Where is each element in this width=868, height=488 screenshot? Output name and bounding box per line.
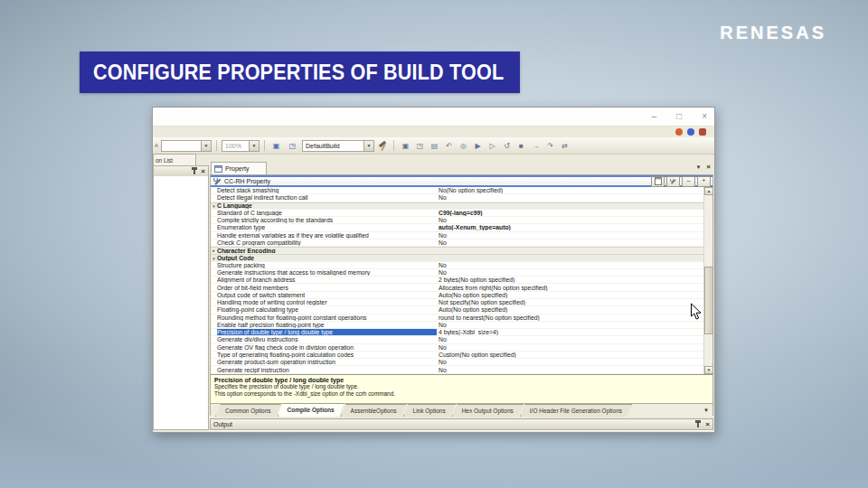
property-row[interactable]: Generate product-sum operation instructi… [211, 359, 703, 366]
scrollbar-thumb[interactable] [704, 267, 713, 334]
property-value[interactable]: Auto(No option specified) [437, 306, 703, 313]
vertical-scrollbar[interactable]: ▲ ▼ [703, 187, 712, 374]
close-icon[interactable]: × [706, 164, 711, 171]
maximize-button[interactable]: □ [676, 112, 682, 121]
property-value[interactable]: No [437, 217, 703, 223]
property-value[interactable]: No [437, 344, 703, 351]
category-row[interactable]: ▸Character Encoding [211, 247, 703, 254]
window-titlebar[interactable]: – □ × [153, 108, 714, 127]
category-row[interactable]: ▾Output Code [211, 254, 703, 261]
expand-chevron-icon[interactable]: ▸ [211, 247, 217, 254]
property-row[interactable]: Detect stack smashingNo(No option specif… [211, 187, 703, 194]
property-row[interactable]: Check C program compatibilityNo [211, 239, 703, 247]
chevron-down-icon[interactable]: ▼ [363, 141, 373, 151]
collapse-chevron-icon[interactable]: ▾ [211, 255, 217, 262]
tab-common-options[interactable]: Common Options [215, 404, 281, 417]
property-row[interactable]: Enable half precision floating-point typ… [211, 322, 703, 329]
property-value[interactable]: C99(-lang=c99) [437, 210, 703, 216]
chevron-down-icon[interactable]: ▼ [249, 141, 259, 151]
property-value[interactable]: 4 bytes(-Xdbl_size=4) [437, 329, 703, 335]
property-row[interactable]: Generate instructions that access to mis… [211, 269, 703, 277]
tab-solution-list[interactable]: on List [153, 154, 196, 165]
property-value[interactable]: No [437, 194, 703, 201]
rebuild-project-icon[interactable]: ◳ [413, 139, 427, 153]
cascade-windows-icon[interactable]: ◳ [286, 139, 299, 153]
tab-property[interactable]: Property [211, 162, 267, 174]
scroll-down-icon[interactable]: ▼ [704, 366, 713, 374]
property-row[interactable]: Generate div/divu instructionsNo [211, 336, 703, 343]
stop-build-icon[interactable]: ↶ [442, 139, 456, 153]
property-value[interactable]: No [437, 269, 703, 276]
run-icon[interactable]: ▶ [471, 139, 485, 153]
alert-status-icon[interactable] [675, 128, 683, 136]
pin-icon[interactable] [191, 167, 197, 175]
download-icon[interactable]: ◎ [457, 139, 470, 153]
tab-hex-output-options[interactable]: Hex Output Options [452, 404, 524, 417]
property-row[interactable]: Floating-point calculating typeAuto(No o… [211, 306, 703, 314]
property-value[interactable]: 2 bytes(No option specified) [437, 277, 703, 283]
property-row[interactable]: Standard of C languageC99(-lang=c99) [211, 210, 703, 217]
property-row[interactable]: Compile strictly according to the standa… [211, 217, 703, 224]
property-value[interactable]: Not specify(No option specified) [437, 299, 703, 305]
tab-link-options[interactable]: Link Options [403, 404, 456, 417]
property-row[interactable]: Precision of double type / long double t… [211, 329, 703, 336]
step-in-icon[interactable]: → [529, 139, 542, 153]
property-row[interactable]: Generate OV flag check code in division … [211, 344, 703, 352]
property-value[interactable]: No(No option specified) [437, 187, 703, 193]
property-value[interactable]: No [437, 232, 703, 239]
property-value[interactable]: round to nearest(No option specified) [437, 314, 703, 321]
property-row[interactable]: Handle external variables as if they are… [211, 232, 703, 239]
step-over-icon[interactable]: ↷ [543, 139, 557, 153]
property-row[interactable]: Structure packingNo [211, 262, 703, 269]
open-window-icon[interactable]: ▣ [269, 139, 283, 153]
property-value[interactable]: No [437, 367, 703, 373]
property-value[interactable]: No [437, 239, 703, 246]
tab-i-o-header-file-generation-options[interactable]: I/O Header File Generation Options [520, 404, 632, 417]
category-row[interactable]: ▾C Language [211, 202, 703, 210]
property-value[interactable]: No [437, 322, 703, 328]
chevron-down-icon[interactable]: ▼ [201, 141, 211, 151]
close-icon[interactable]: × [705, 421, 710, 428]
property-row[interactable]: Order of bit-field membersAllocates from… [211, 284, 703, 291]
collapse-all-button[interactable]: – [682, 176, 695, 187]
property-value[interactable]: auto(-Xenum_type=auto) [437, 224, 703, 230]
tab-overflow-icon[interactable]: ▼ [703, 408, 709, 413]
property-value[interactable]: No [437, 336, 703, 343]
edit-button[interactable] [651, 176, 665, 187]
property-row[interactable]: Alignment of branch address2 bytes(No op… [211, 277, 703, 284]
run-ignore-break-icon[interactable]: ▷ [486, 139, 499, 153]
property-value[interactable]: No [437, 262, 703, 268]
build-hammer-icon[interactable] [377, 140, 389, 152]
expand-all-button[interactable]: + [697, 176, 711, 187]
close-icon[interactable]: × [201, 168, 205, 175]
zoom-combo[interactable]: 100% ▼ [222, 140, 259, 152]
property-value[interactable]: Allocates from right(No option specified… [437, 285, 703, 291]
tool-button[interactable] [666, 176, 680, 187]
property-row[interactable]: Generate recipf instructionNo [211, 366, 703, 373]
project-combo[interactable]: ▼ [161, 140, 212, 152]
chevron-down-icon[interactable]: ▼ [695, 164, 701, 170]
reset-icon[interactable]: ↺ [500, 139, 514, 153]
output-panel-header[interactable]: Output × [210, 418, 713, 430]
collapse-chevron-icon[interactable]: ▾ [211, 202, 217, 210]
property-row[interactable]: Output code of switch statementAuto(No o… [211, 292, 703, 299]
property-row[interactable]: Detect illegal indirect function callNo [211, 194, 703, 202]
build-project-icon[interactable]: ▣ [399, 139, 412, 153]
pin-icon[interactable] [694, 420, 701, 428]
property-value[interactable]: Auto(No option specified) [437, 292, 703, 298]
property-row[interactable]: Type of generating floating-point calcul… [211, 352, 703, 359]
tab-assembleoptions[interactable]: AssembleOptions [341, 404, 407, 417]
property-value[interactable]: No [437, 359, 703, 365]
property-row[interactable]: Handling mode of writing control registe… [211, 299, 703, 306]
property-row[interactable]: Rounding method for floating-point const… [211, 314, 703, 322]
tab-compile-options[interactable]: Compile Options [278, 403, 344, 417]
network-status-icon[interactable] [687, 128, 694, 136]
property-value[interactable]: Custom(No option specified) [437, 352, 703, 358]
close-button[interactable]: × [702, 112, 707, 121]
disconnect-icon[interactable]: ⇄ [558, 139, 571, 153]
scroll-up-icon[interactable]: ▲ [704, 187, 713, 195]
clean-project-icon[interactable]: ▤ [428, 139, 441, 153]
minimize-button[interactable]: – [652, 112, 657, 121]
stop-icon[interactable]: ■ [514, 139, 528, 153]
device-status-icon[interactable] [699, 128, 706, 136]
